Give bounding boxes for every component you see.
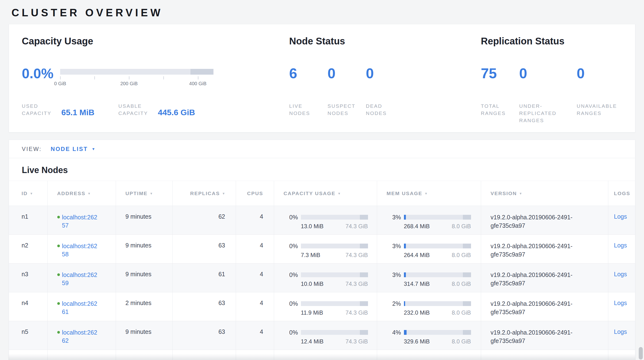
replicas-cell: 61: [172, 264, 236, 292]
column-header-capacity-usage[interactable]: CAPACITY USAGE▼: [274, 181, 377, 206]
node-id-cell: n1: [9, 206, 48, 235]
used-capacity-stat: USED CAPACITY 65.1 MiB: [22, 102, 103, 117]
column-header-cpus: CPUS: [236, 181, 274, 206]
column-label: CPUS: [247, 191, 263, 196]
capacity-usage-bar: [301, 215, 368, 220]
gauge-tick-label: 400 GiB: [189, 81, 206, 86]
scrollbar-thumb[interactable]: [639, 347, 643, 359]
node-address-cell: localhost:26262: [48, 321, 116, 350]
capacity-usage-section: Capacity Usage 0.0% 0 GiB 200 GiB 400 Gi…: [22, 35, 271, 123]
mem-total-value: 8.0 GiB: [452, 252, 471, 258]
uptime-cell: 9 minutes: [116, 235, 172, 264]
capacity-gauge: 0 GiB 200 GiB 400 GiB: [60, 69, 214, 81]
sort-icon: ▼: [30, 192, 33, 195]
under-replicated-stat: 0 UNDER-REPLICATED RANGES: [519, 66, 567, 124]
column-label: UPTIME: [126, 191, 148, 196]
capacity-used-value: 12.4 MiB: [301, 338, 324, 345]
usable-capacity-label: USABLE CAPACITY: [118, 102, 154, 117]
sort-icon: ▼: [424, 192, 428, 195]
dead-nodes-label: DEAD NODES: [366, 102, 397, 117]
table-row-partial: [9, 350, 635, 360]
replication-status-section: Replication Status 75 TOTAL RANGES 0 UND…: [481, 35, 634, 123]
table-row: n1 localhost:26257 9 minutes 62 4 0% 13.…: [9, 206, 635, 235]
capacity-total-value: 74.3 GiB: [346, 338, 368, 345]
logs-cell: [608, 350, 635, 360]
suspect-nodes-stat: 0 SUSPECT NODES: [328, 66, 359, 117]
live-nodes-heading: Live Nodes: [9, 158, 635, 181]
logs-link[interactable]: Logs: [614, 299, 627, 306]
column-header-version[interactable]: VERSION▼: [481, 181, 608, 206]
node-address-cell: localhost:26261: [48, 292, 116, 321]
unavailable-ranges-label: UNAVAILABLE RANGES: [577, 102, 634, 117]
capacity-used-value: 7.3 MiB: [301, 252, 320, 258]
mem-percent-value: 4%: [387, 329, 401, 336]
column-header-address[interactable]: ADDRESS▼: [48, 181, 116, 206]
mem-usage-cell: 4% 329.6 MiB8.0 GiB: [377, 321, 481, 350]
usable-capacity-value: 445.6 GiB: [158, 108, 195, 117]
mem-usage-cell: 3% 264.4 MiB8.0 GiB: [377, 235, 481, 264]
logs-cell: Logs: [608, 292, 635, 321]
table-header-row: ID▼ ADDRESS▼ UPTIME▼ REPLICAS▼ CPUS CAPA…: [9, 181, 635, 206]
node-address-link[interactable]: localhost:26262: [62, 328, 100, 345]
capacity-stats-row: USED CAPACITY 65.1 MiB USABLE CAPACITY 4…: [22, 102, 271, 117]
logs-link[interactable]: Logs: [614, 271, 627, 277]
version-cell: v19.2.0-alpha.20190606-2491-gfe735c9a97: [481, 264, 608, 292]
logs-link[interactable]: Logs: [614, 328, 627, 335]
capacity-percent-value: 0%: [284, 271, 298, 278]
live-status-dot: [57, 245, 60, 247]
column-label: VERSION: [491, 191, 517, 196]
node-id-cell: n3: [9, 264, 48, 292]
node-address-link[interactable]: localhost:26257: [62, 213, 100, 229]
node-id-cell: [9, 350, 48, 360]
logs-link[interactable]: Logs: [614, 213, 627, 220]
column-label: LOGS: [614, 191, 630, 196]
cluster-summary-card: Capacity Usage 0.0% 0 GiB 200 GiB 400 Gi…: [8, 24, 636, 132]
node-id-cell: n5: [9, 321, 48, 350]
node-list-dropdown[interactable]: NODE LIST ▼: [51, 146, 95, 152]
column-header-id[interactable]: ID▼: [9, 181, 48, 206]
cpus-cell: [236, 350, 274, 360]
mem-percent-value: 3%: [387, 214, 401, 221]
usage-bar-reserved: [463, 330, 471, 335]
node-status-section: Node Status 6 LIVE NODES 0 SUSPECT NODES…: [289, 35, 442, 123]
cpus-cell: 4: [236, 235, 274, 264]
usage-bar-reserved: [463, 244, 471, 248]
gauge-tick-label: 200 GiB: [120, 81, 138, 86]
node-address-cell: localhost:26259: [48, 264, 116, 292]
column-label: ID: [22, 191, 28, 196]
usage-bar-reserved: [360, 215, 368, 220]
total-ranges-stat: 75 TOTAL RANGES: [481, 66, 512, 124]
gauge-reserved-segment: [190, 69, 214, 75]
usage-bar-used: [404, 215, 406, 220]
node-id-cell: n4: [9, 292, 48, 321]
logs-cell: Logs: [608, 206, 635, 235]
capacity-percent-value: 0%: [284, 243, 298, 250]
sort-icon: ▼: [150, 192, 153, 195]
mem-used-value: 268.4 MiB: [404, 223, 430, 230]
table-row: n3 localhost:26259 9 minutes 61 4 0% 10.…: [9, 264, 635, 292]
view-bar: VIEW: NODE LIST ▼: [9, 140, 635, 158]
column-header-uptime[interactable]: UPTIME▼: [116, 181, 172, 206]
column-header-mem-usage[interactable]: MEM USAGE▼: [377, 181, 481, 206]
column-header-replicas[interactable]: REPLICAS▼: [172, 181, 236, 206]
node-address-link[interactable]: localhost:26259: [62, 271, 100, 287]
capacity-total-value: 74.3 GiB: [346, 223, 368, 230]
gauge-tick-label: 0 GiB: [54, 81, 66, 86]
capacity-total-value: 74.3 GiB: [346, 252, 368, 258]
usage-bar-reserved: [360, 272, 368, 277]
live-status-dot: [57, 331, 60, 334]
node-address-link[interactable]: localhost:26261: [62, 299, 100, 316]
logs-cell: Logs: [608, 235, 635, 264]
node-status-title: Node Status: [289, 35, 442, 47]
capacity-used-value: 11.9 MiB: [301, 309, 323, 316]
logs-link[interactable]: Logs: [614, 242, 627, 249]
node-address-link[interactable]: localhost:26258: [62, 242, 100, 258]
used-capacity-label: USED CAPACITY: [22, 102, 58, 117]
view-label: VIEW:: [22, 146, 42, 152]
table-row: n2 localhost:26258 9 minutes 63 4 0% 7.3…: [9, 235, 635, 264]
uptime-cell: 9 minutes: [116, 321, 172, 350]
capacity-usage-cell: 0% 12.4 MiB74.3 GiB: [274, 321, 377, 350]
usage-bar-used: [404, 330, 406, 335]
suspect-nodes-count: 0: [328, 66, 359, 81]
mem-total-value: 8.0 GiB: [452, 309, 471, 316]
